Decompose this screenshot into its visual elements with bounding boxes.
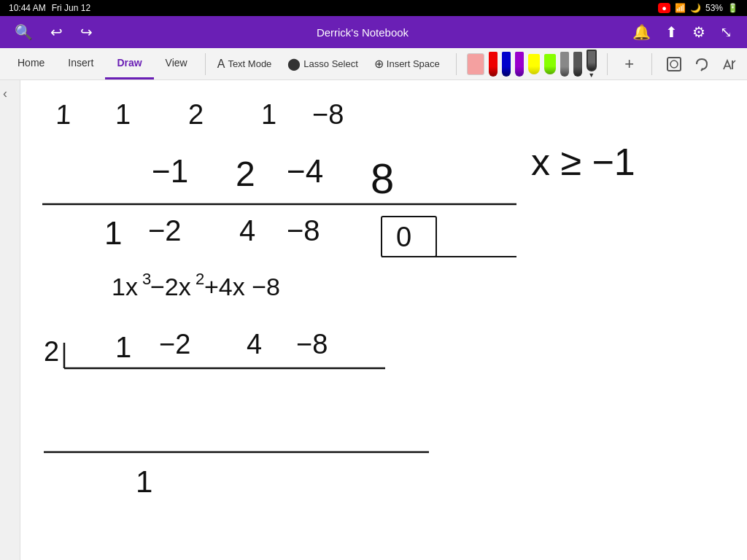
svg-text:1: 1	[115, 99, 131, 130]
insert-space-button[interactable]: ⊕ Insert Space	[368, 54, 446, 74]
app-title: Derrick's Notebook	[104, 26, 621, 39]
battery-icon: 🔋	[727, 3, 738, 13]
status-left: 10:44 AM Fri Jun 12	[9, 3, 90, 13]
svg-text:−2: −2	[159, 329, 190, 359]
lasso-label: Lasso Select	[303, 58, 357, 69]
ribbon: Home Insert Draw View A Text Mode ⬤ Lass…	[0, 48, 747, 80]
recording-indicator: ●	[658, 3, 670, 13]
time-display: 10:44 AM	[9, 3, 46, 13]
svg-text:+4x −8: +4x −8	[204, 273, 280, 300]
svg-text:8: 8	[371, 155, 394, 202]
pen-selected-tip	[587, 50, 597, 71]
svg-text:4: 4	[239, 214, 255, 246]
settings-button[interactable]: ⚙	[686, 20, 711, 44]
insert-space-icon: ⊕	[374, 57, 384, 71]
wifi-icon: 📶	[675, 3, 686, 13]
svg-text:−2x: −2x	[150, 273, 191, 300]
svg-text:1: 1	[115, 331, 131, 363]
lasso-select-button[interactable]: ⬤ Lasso Select	[282, 54, 363, 74]
svg-text:2: 2	[188, 99, 204, 130]
collapse-button[interactable]: ⤡	[714, 20, 738, 44]
tab-draw[interactable]: Draw	[105, 48, 153, 79]
color-swatch-pink[interactable]	[467, 53, 484, 75]
bell-button[interactable]: 🔔	[627, 20, 657, 44]
insert-space-label: Insert Space	[387, 58, 440, 69]
ribbon-tools: A Text Mode ⬤ Lasso Select ⊕ Insert Spac…	[212, 50, 741, 79]
tab-home[interactable]: Home	[6, 48, 56, 79]
page-area: ‹ 1 1 2 1 −8 −1 2 −4 8 1 −2 4 −8	[0, 80, 747, 560]
ribbon-divider-2	[456, 53, 457, 75]
add-button[interactable]: +	[618, 52, 641, 76]
shape-tool-button[interactable]	[662, 52, 686, 76]
ribbon-divider-4	[651, 53, 652, 75]
pen-gray[interactable]	[560, 52, 569, 77]
svg-text:2: 2	[44, 336, 59, 367]
svg-text:2: 2	[236, 155, 255, 193]
moon-icon: 🌙	[690, 3, 701, 13]
undo-button[interactable]: ↩	[44, 20, 69, 44]
svg-text:1: 1	[261, 99, 276, 130]
lasso-tool-button[interactable]	[690, 52, 713, 76]
svg-text:−2: −2	[148, 214, 182, 246]
svg-text:1: 1	[55, 99, 72, 130]
share-button[interactable]: ⬆	[659, 20, 684, 44]
text-mode-button[interactable]: A Text Mode	[212, 55, 278, 74]
ribbon-tabs: Home Insert Draw View	[6, 48, 199, 79]
pen-blue[interactable]	[502, 52, 511, 77]
svg-text:2: 2	[196, 270, 204, 288]
redo-button[interactable]: ↪	[74, 20, 98, 44]
pen-highlighter-yellow[interactable]	[528, 54, 540, 74]
svg-text:1: 1	[136, 464, 152, 499]
svg-text:−8: −8	[312, 99, 344, 130]
status-bar: 10:44 AM Fri Jun 12 ● 📶 🌙 53% 🔋	[0, 0, 747, 16]
svg-text:4: 4	[247, 329, 262, 359]
tab-view[interactable]: View	[154, 48, 199, 79]
svg-text:−8: −8	[287, 214, 320, 246]
date-display: Fri Jun 12	[52, 3, 90, 13]
tab-insert[interactable]: Insert	[56, 48, 105, 79]
svg-text:1x: 1x	[112, 273, 138, 300]
svg-text:−8: −8	[296, 329, 328, 359]
ribbon-divider-1	[205, 53, 206, 75]
canvas-area: 1 1 2 1 −8 −1 2 −4 8 1 −2 4 −8 0	[20, 80, 747, 560]
record-dot-icon: ●	[662, 4, 667, 12]
nav-right-icons: 🔔 ⬆ ⚙ ⤡	[627, 20, 738, 44]
svg-rect-0	[667, 58, 681, 71]
text-mode-label: Text Mode	[228, 58, 271, 69]
svg-text:x ≥ −1: x ≥ −1	[531, 141, 635, 183]
battery-display: 53%	[705, 3, 723, 13]
ink-to-text-button[interactable]	[718, 52, 741, 76]
text-mode-icon: A	[217, 58, 225, 71]
pen-dark-gray[interactable]	[573, 52, 582, 77]
drawing-canvas: 1 1 2 1 −8 −1 2 −4 8 1 −2 4 −8 0	[20, 80, 747, 560]
ribbon-divider-3	[607, 53, 608, 75]
svg-text:0: 0	[396, 222, 411, 252]
sidebar-toggle-button[interactable]: ‹	[0, 80, 20, 560]
status-right: ● 📶 🌙 53% 🔋	[658, 3, 738, 13]
svg-text:−4: −4	[287, 153, 323, 189]
pen-selected-group[interactable]: ▼	[587, 50, 597, 79]
pen-dropdown-arrow: ▼	[588, 71, 595, 79]
lasso-icon: ⬤	[287, 57, 301, 71]
svg-point-1	[670, 61, 678, 68]
pen-purple[interactable]	[515, 52, 524, 77]
search-button[interactable]: 🔍	[9, 20, 39, 44]
svg-text:−1: −1	[152, 153, 188, 189]
svg-text:1: 1	[104, 215, 122, 251]
pen-red[interactable]	[489, 52, 498, 77]
chevron-left-icon: ‹	[0, 86, 7, 101]
pen-highlighter-lime[interactable]	[544, 54, 556, 74]
nav-bar: 🔍 ↩ ↪ Derrick's Notebook 🔔 ⬆ ⚙ ⤡	[0, 16, 747, 48]
